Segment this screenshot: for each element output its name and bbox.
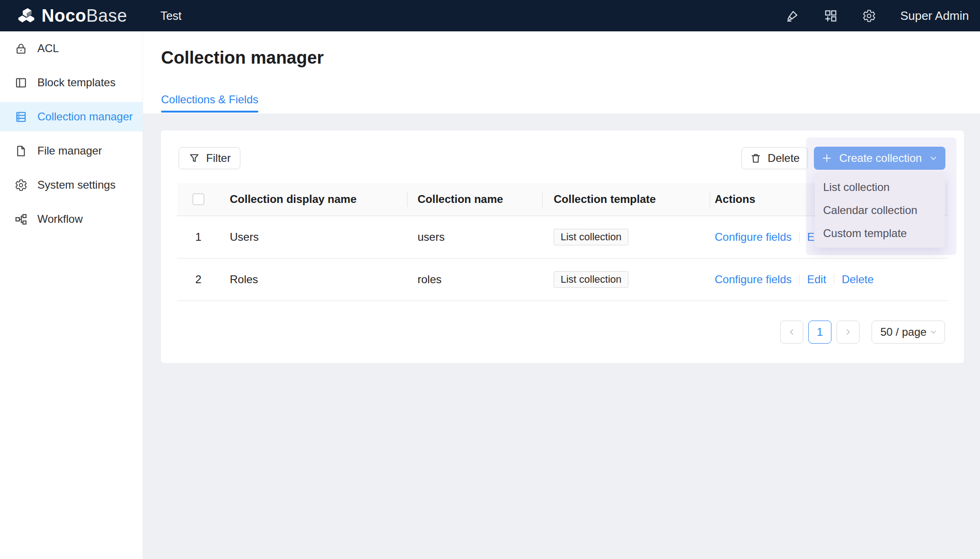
cell-display-name: Users xyxy=(220,231,407,244)
gear-icon[interactable] xyxy=(862,9,876,23)
sidebar-item-system-settings[interactable]: System settings xyxy=(0,170,143,200)
main-content: Collection manager Collections & Fields … xyxy=(143,31,980,559)
row-index: 2 xyxy=(177,273,220,286)
template-tag: List collection xyxy=(554,271,628,288)
select-all-checkbox[interactable] xyxy=(192,193,204,205)
sidebar-item-collection-manager[interactable]: Collection manager xyxy=(0,102,143,131)
nocobase-logo[interactable]: NocoBase xyxy=(16,6,127,26)
sidebar-item-label: Workflow xyxy=(37,213,83,226)
next-page-button[interactable] xyxy=(837,321,860,344)
settings-sidebar: ACL Block templates Collection manager xyxy=(0,31,143,559)
create-collection-label: Create collection xyxy=(839,152,922,165)
edit-link[interactable]: Edit xyxy=(807,273,826,285)
action-divider xyxy=(799,232,800,243)
sidebar-item-acl[interactable]: ACL xyxy=(0,34,143,63)
cell-name: users xyxy=(407,231,543,244)
column-header-name: Collection name xyxy=(407,193,543,206)
file-icon xyxy=(14,144,28,158)
tab-ink-bar xyxy=(161,111,258,113)
configure-fields-link[interactable]: Configure fields xyxy=(715,273,792,285)
filter-icon xyxy=(188,152,200,164)
menu-item-calendar-collection[interactable]: Calendar collection xyxy=(815,199,945,222)
nav-right-actions: Super Admin xyxy=(785,9,969,23)
sidebar-item-file-manager[interactable]: File manager xyxy=(0,136,143,166)
tab-collections-and-fields[interactable]: Collections & Fields xyxy=(161,93,258,113)
chevron-down-icon xyxy=(929,327,938,337)
brand-text-bold: Noco xyxy=(42,6,86,25)
nav-menu-item-test[interactable]: Test xyxy=(152,0,190,31)
lock-icon xyxy=(14,42,28,55)
trash-icon xyxy=(750,152,762,164)
nocobase-logo-icon xyxy=(16,6,37,26)
filter-button-label: Filter xyxy=(206,152,231,165)
action-divider xyxy=(834,274,835,285)
action-divider xyxy=(799,274,800,285)
page-title: Collection manager xyxy=(161,48,324,68)
menu-item-list-collection[interactable]: List collection xyxy=(815,176,945,199)
workflow-icon xyxy=(14,213,28,226)
content-body: Filter Delete Collection display name Co… xyxy=(143,113,980,559)
create-collection-dropdown: List collection Calendar collection Cust… xyxy=(815,172,945,248)
plus-icon xyxy=(821,152,833,164)
sidebar-item-label: System settings xyxy=(37,178,115,191)
delete-link[interactable]: Delete xyxy=(842,273,873,285)
top-navbar: NocoBase Test Super xyxy=(0,0,980,31)
highlighter-icon[interactable] xyxy=(785,9,800,23)
chevron-down-icon xyxy=(928,153,938,163)
user-name[interactable]: Super Admin xyxy=(900,9,969,23)
pagination: 1 50 / page xyxy=(780,321,945,344)
page-size-value: 50 / page xyxy=(880,326,926,339)
collection-table-icon xyxy=(14,110,28,124)
tab-label: Collections & Fields xyxy=(161,93,258,106)
sidebar-item-workflow[interactable]: Workflow xyxy=(0,204,143,234)
row-index: 1 xyxy=(177,231,220,244)
chevron-left-icon xyxy=(787,327,797,337)
template-tag: List collection xyxy=(554,229,628,245)
column-header-display-name: Collection display name xyxy=(220,193,407,206)
layout-icon xyxy=(14,76,28,89)
appstore-add-icon[interactable] xyxy=(824,9,838,23)
delete-button-label: Delete xyxy=(768,152,800,165)
filter-button[interactable]: Filter xyxy=(179,147,240,169)
page-size-select[interactable]: 50 / page xyxy=(872,321,945,344)
menu-item-custom-template[interactable]: Custom template xyxy=(815,222,945,245)
cell-name: roles xyxy=(407,273,543,286)
sidebar-item-label: Collection manager xyxy=(37,110,133,123)
sidebar-item-label: Block templates xyxy=(37,76,115,89)
chevron-right-icon xyxy=(843,327,853,337)
delete-button[interactable]: Delete xyxy=(741,147,808,169)
configure-fields-link[interactable]: Configure fields xyxy=(715,231,792,243)
sidebar-item-block-templates[interactable]: Block templates xyxy=(0,68,143,97)
cell-display-name: Roles xyxy=(220,273,407,286)
gear-icon xyxy=(14,178,28,192)
collections-card: Filter Delete Collection display name Co… xyxy=(161,131,964,363)
brand-text: NocoBase xyxy=(42,7,127,24)
nav-main-menu: Test xyxy=(152,0,190,31)
sidebar-item-label: ACL xyxy=(37,42,59,55)
create-collection-button[interactable]: Create collection xyxy=(814,147,945,170)
brand-text-light: Base xyxy=(86,6,127,25)
previous-page-button[interactable] xyxy=(780,321,803,344)
table-row: 2 Roles roles List collection Configure … xyxy=(177,259,948,301)
page-header: Collection manager Collections & Fields xyxy=(143,31,980,113)
page-number-button[interactable]: 1 xyxy=(808,321,831,344)
column-header-template: Collection template xyxy=(543,193,710,206)
sidebar-item-label: File manager xyxy=(37,144,102,157)
